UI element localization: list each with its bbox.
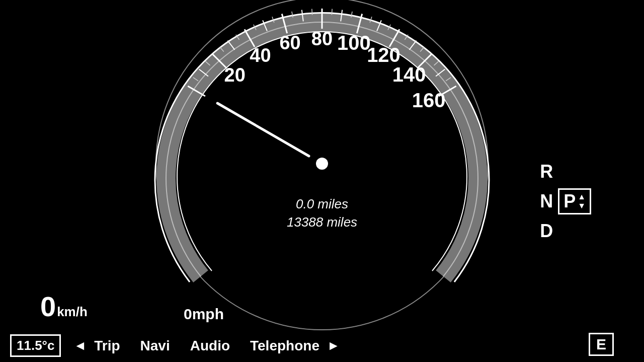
svg-text:40: 40 [250,44,271,65]
svg-line-16 [409,40,416,49]
svg-line-4 [282,14,287,33]
temperature-value: 11.5°c [17,338,54,353]
svg-line-15 [377,20,381,31]
odometer-miles: 13388 miles [287,214,357,230]
svg-text:140: 140 [392,63,426,86]
mileage-display: 0.0 miles 13388 miles [287,196,357,230]
speed-kmh-unit: km/h [57,304,88,320]
svg-line-28 [370,17,372,22]
svg-line-20 [220,47,224,51]
speed-kmh-value: 0 [40,290,56,323]
svg-line-21 [236,34,239,39]
svg-line-12 [263,20,267,31]
svg-line-13 [302,10,303,21]
svg-line-22 [254,24,256,30]
svg-line-18 [193,77,198,81]
svg-text:60: 60 [279,32,300,53]
gear-indicator: R N P ▲ ▼ D [540,161,591,242]
e-indicator: E [589,333,614,356]
speed-kmh-display: 0 km/h [40,290,88,323]
svg-line-6 [357,14,362,33]
svg-line-42 [217,103,309,156]
nav-right-arrow[interactable]: ► [327,338,340,353]
svg-point-43 [316,158,328,170]
nav-item-navi[interactable]: Navi [140,338,170,354]
svg-line-25 [312,9,312,15]
nav-item-telephone[interactable]: Telephone [250,338,319,354]
gear-p-box: P ▲ ▼ [558,188,591,214]
svg-line-23 [272,17,274,22]
nav-item-audio[interactable]: Audio [190,338,230,354]
svg-text:160: 160 [412,89,446,111]
svg-line-29 [388,24,390,30]
nav-left-arrow[interactable]: ◄ [73,338,87,353]
svg-line-31 [420,47,424,51]
svg-line-33 [446,77,451,81]
gear-n-row: N P ▲ ▼ [540,188,591,214]
svg-line-11 [228,40,235,49]
gear-d: D [540,221,591,242]
svg-line-17 [436,69,445,76]
trip-miles: 0.0 miles [287,196,357,212]
svg-line-10 [199,69,208,76]
svg-line-27 [351,11,352,17]
svg-line-14 [341,10,342,21]
gear-arrows: ▲ ▼ [578,192,586,210]
speed-mph-display: 0mph [184,306,224,323]
speedometer: 20406080100120140160 [146,0,498,340]
svg-text:120: 120 [367,44,400,66]
svg-text:100: 100 [337,31,371,53]
gear-n: N [540,191,553,212]
gear-r: R [540,161,591,182]
svg-text:80: 80 [311,28,333,49]
svg-line-24 [292,11,293,17]
dashboard: 20406080100120140160 0 km/h 0mph 0.0 mil… [0,0,644,362]
gear-p: P [564,191,576,212]
nav-item-trip[interactable]: Trip [94,338,120,354]
svg-text:20: 20 [224,64,246,85]
bottom-navigation: 11.5°c ◄ Trip Navi Audio Telephone ► [0,329,644,362]
svg-line-3 [245,29,255,47]
svg-line-32 [434,61,439,65]
svg-line-30 [405,34,408,39]
speed-mph-value: 0mph [184,306,224,322]
temperature-display: 11.5°c [10,334,61,357]
svg-line-26 [332,9,332,15]
svg-line-19 [205,61,210,65]
svg-line-1 [188,86,205,96]
